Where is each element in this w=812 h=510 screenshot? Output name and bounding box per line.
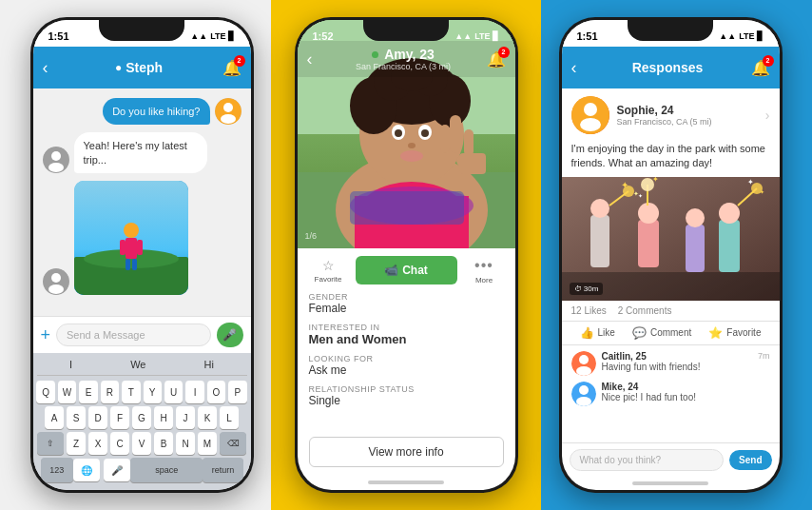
status-icons-2: ▲▲ LTE ▊ [454,31,499,41]
key-q[interactable]: Q [36,381,54,403]
clock-icon: ⏱ [574,284,582,293]
mic-button[interactable]: 🎤 [217,323,243,347]
key-z[interactable]: Z [67,432,86,455]
key-n[interactable]: N [176,432,195,455]
add-attachment-button[interactable]: + [41,325,51,345]
bell-icon-3[interactable]: 🔔 2 [751,59,770,77]
key-a[interactable]: A [45,406,64,429]
key-space[interactable]: space [130,458,203,482]
phone-profile: 1:52 ▲▲ LTE ▊ ‹ Amy, 23 San Francisco, C… [295,17,518,493]
svg-text:✦: ✦ [760,189,764,195]
comment-button[interactable]: 💬 Comment [632,326,691,340]
key-y[interactable]: Y [144,381,162,403]
key-globe[interactable]: 🌐 [73,459,100,481]
favorite-label: Favorite [315,275,342,284]
relationship-value: Single [309,394,504,407]
keyboard: I We Hi Q W E R T Y U I O P A [33,353,251,490]
back-button-3[interactable]: ‹ [571,58,577,78]
key-w[interactable]: W [58,381,76,403]
view-more-button[interactable]: View more info [309,437,504,467]
chat-title-area: ● Steph [56,60,222,75]
chat-messages: Do you like hiking? [33,88,251,316]
key-return[interactable]: return [203,458,242,482]
key-h[interactable]: H [154,406,173,429]
back-button-1[interactable]: ‹ [43,58,48,78]
key-t[interactable]: T [122,381,140,403]
comments-count: 2 Comments [618,305,672,316]
key-e[interactable]: E [79,381,97,403]
key-123[interactable]: 123 [41,458,73,482]
key-p[interactable]: P [228,381,246,403]
back-button-2[interactable]: ‹ [307,49,313,69]
received-bubble-1: Yeah! Here's my latest trip... [74,132,207,173]
dots-icon: ••• [474,257,493,274]
svg-point-5 [48,163,64,172]
interested-value: Men and Women [309,332,504,346]
key-m[interactable]: M [198,432,217,455]
key-v[interactable]: V [132,432,151,455]
key-delete[interactable]: ⌫ [220,432,246,455]
chat-label: Chat [402,264,428,277]
svg-point-2 [221,114,236,124]
key-i[interactable]: I [185,381,203,403]
bell-icon-1[interactable]: 🔔 2 [222,59,242,77]
more-button[interactable]: ••• More [463,257,506,284]
key-k[interactable]: K [198,406,217,429]
response-input[interactable]: What do you think? [570,449,725,471]
notification-badge-3: 2 [763,55,774,67]
comment-1-avatar [571,351,596,376]
interested-label: Interested in [309,323,504,332]
svg-point-76 [576,397,591,406]
comment-2-avatar [571,382,596,406]
key-x[interactable]: X [88,432,107,455]
like-button[interactable]: 👍 Like [580,326,615,340]
bell-icon-2[interactable]: 🔔 2 [487,50,506,69]
comment-1-user: Caitlin, 25 [602,351,647,362]
key-d[interactable]: D [88,406,107,429]
kb-row-2: A S D F G H J K L [37,406,247,429]
key-o[interactable]: O [207,381,225,403]
comment-1-body: Caitlin, 25 7m Having fun with friends! [602,351,770,372]
gender-field: Gender Female [309,292,504,315]
key-u[interactable]: U [164,381,183,403]
profile-title-area: Amy, 23 San Francisco, CA (3 mi) [320,47,487,71]
key-mic[interactable]: 🎤 [104,459,130,481]
key-r[interactable]: R [101,381,119,403]
comment-2: Mike, 24 Nice pic! I had fun too! [571,382,770,406]
notification-badge-1: 2 [234,55,245,67]
online-indicator [372,51,378,58]
key-f[interactable]: F [110,406,129,429]
suggest-3[interactable]: Hi [204,359,214,370]
post-user-header: Sophie, 24 San Francisco, CA (5 mi) › [562,88,780,142]
post-image: ✦ ✦ ✦ ✦ ✦ ✦ [562,177,780,301]
key-g[interactable]: G [132,406,151,429]
keyboard-suggestions: I We Hi [37,359,247,376]
time-ago: 30m [584,284,599,293]
key-c[interactable]: C [110,432,129,455]
chat-input-area: + Send a Message 🎤 [33,316,251,353]
gender-label: Gender [309,292,504,302]
send-button[interactable]: Send [729,450,771,470]
kb-bottom-row: 123 🌐 🎤 space return [37,458,247,482]
message-input[interactable]: Send a Message [56,324,210,346]
key-j[interactable]: J [176,406,195,429]
comment-1-time: 7m [758,351,770,361]
notch-2 [363,20,449,41]
comment-2-body: Mike, 24 Nice pic! I had fun too! [602,382,770,402]
svg-point-48 [580,118,601,131]
response-input-area: What do you think? Send [562,442,780,477]
sender-avatar [215,98,242,125]
responses-favorite-button[interactable]: ⭐ Favorite [708,326,761,340]
relationship-label: Relationship Status [309,384,504,394]
suggest-1[interactable]: I [69,359,72,370]
key-shift[interactable]: ⇧ [37,432,64,455]
svg-point-4 [51,151,61,161]
chat-button[interactable]: 📹 Chat [356,256,457,284]
gender-value: Female [309,302,504,315]
key-s[interactable]: S [67,406,86,429]
key-l[interactable]: L [220,406,239,429]
suggest-2[interactable]: We [130,359,145,370]
favorite-button[interactable]: ☆ Favorite [307,258,350,284]
thumbs-up-icon: 👍 [580,326,594,340]
key-b[interactable]: B [154,432,173,455]
